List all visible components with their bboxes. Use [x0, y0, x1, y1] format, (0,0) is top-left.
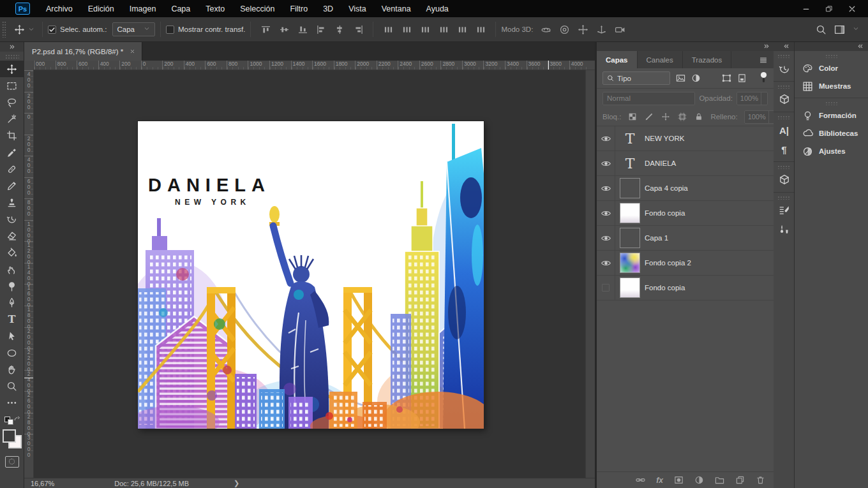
align-bottom-edges-button[interactable]	[296, 22, 310, 36]
panel-button-color[interactable]: Color	[795, 59, 868, 77]
close-icon[interactable]	[842, 2, 862, 15]
tab-canales[interactable]: Canales	[638, 51, 683, 68]
filter-type-button[interactable]	[705, 73, 717, 83]
layer-thumbnail[interactable]	[615, 253, 645, 273]
menu-imagen[interactable]: Imagen	[123, 2, 163, 16]
move-tool[interactable]	[0, 61, 24, 77]
lock-artboard-button[interactable]	[677, 112, 687, 121]
options-bar-gripper[interactable]	[2, 21, 6, 38]
clone-stamp-tool[interactable]	[0, 195, 24, 211]
dock-gripper[interactable]	[777, 196, 790, 200]
history-brush-tool[interactable]	[0, 211, 24, 228]
layer-visibility-toggle[interactable]	[597, 151, 615, 175]
dock-gripper[interactable]	[777, 115, 790, 119]
auto-select-checkbox[interactable]: Selec. autom.:	[48, 26, 107, 34]
align-left-edges-button[interactable]	[314, 22, 328, 36]
status-chevron-icon[interactable]: ❯	[234, 479, 239, 487]
quick-selection-tool[interactable]	[0, 111, 24, 128]
layer-row[interactable]: TNEW YORK	[597, 126, 774, 151]
ruler-corner[interactable]	[24, 61, 34, 70]
slide-3d-button[interactable]	[594, 22, 608, 36]
cube-3d-panel-button[interactable]	[774, 170, 795, 189]
distribute-top-edges-button[interactable]	[381, 22, 395, 36]
vertical-scrollbar[interactable]	[585, 70, 595, 478]
brush-settings-panel-button[interactable]	[774, 201, 795, 220]
vertical-ruler[interactable]: 4002000200400600800100012001400160018002…	[24, 70, 34, 478]
strip-collapse[interactable]	[774, 42, 794, 51]
menu-edición[interactable]: Edición	[81, 2, 121, 16]
menu-filtro[interactable]: Filtro	[283, 2, 315, 16]
camera-3d-button[interactable]	[613, 22, 627, 36]
tab-capas[interactable]: Capas	[597, 51, 638, 68]
restore-icon[interactable]	[819, 2, 839, 15]
mask-button[interactable]	[674, 475, 684, 485]
menu-ventana[interactable]: Ventana	[375, 2, 418, 16]
pen-tool[interactable]	[0, 295, 24, 311]
toolbar-collapse-button[interactable]	[0, 42, 24, 52]
menu-capa[interactable]: Capa	[164, 2, 197, 16]
menu-3d[interactable]: 3D	[316, 2, 340, 16]
brushes-panel-button[interactable]	[774, 220, 795, 239]
zoom-level[interactable]: 16,67%	[24, 480, 63, 487]
layer-thumbnail[interactable]	[615, 178, 645, 198]
foreground-color-swatch[interactable]	[3, 429, 16, 443]
layer-thumbnail[interactable]	[615, 277, 645, 298]
layer-row[interactable]: Capa 1	[597, 226, 774, 251]
align-vertical-centers-button[interactable]	[277, 22, 291, 36]
opacity-input[interactable]: 100%	[737, 92, 768, 105]
document-size-info[interactable]: Doc: 25,6 MB/122,5 MB	[108, 480, 195, 487]
tab-close-icon[interactable]	[130, 48, 135, 55]
orbit-3d-button[interactable]	[539, 22, 553, 36]
rectangular-marquee-tool[interactable]	[0, 77, 24, 94]
more-tool[interactable]	[0, 395, 24, 411]
type-tool[interactable]: T	[0, 311, 24, 328]
hand-tool[interactable]	[0, 361, 24, 378]
toolbar-gripper[interactable]	[5, 54, 19, 59]
layer-row[interactable]: Fondo copia	[597, 201, 774, 226]
lock-move-button[interactable]	[661, 112, 671, 121]
menu-selección[interactable]: Selección	[233, 2, 281, 16]
tab-trazados[interactable]: Trazados	[683, 51, 732, 68]
align-top-edges-button[interactable]	[258, 22, 273, 36]
new-layer-button[interactable]	[735, 475, 745, 485]
lasso-tool[interactable]	[0, 94, 24, 110]
adjustment-button[interactable]	[694, 475, 704, 485]
layer-visibility-toggle[interactable]	[597, 201, 615, 225]
blend-mode-dropdown[interactable]: Normal	[602, 92, 695, 105]
layer-row[interactable]: TDANIELA	[597, 151, 774, 176]
crop-tool[interactable]	[0, 128, 24, 144]
panel-button-formación[interactable]: Formación	[795, 107, 868, 124]
layer-thumbnail[interactable]: T	[615, 156, 645, 172]
lock-transparent-button[interactable]	[627, 112, 638, 121]
dock-gripper[interactable]	[777, 165, 790, 169]
panel-menu-icon[interactable]	[753, 51, 774, 68]
panel-button-ajustes[interactable]: Ajustes	[795, 142, 868, 160]
layer-thumbnail[interactable]: T	[615, 131, 645, 147]
zoom-tool[interactable]	[0, 378, 24, 395]
menu-archivo[interactable]: Archivo	[39, 2, 80, 16]
drag-3d-button[interactable]	[576, 22, 590, 36]
fill-input[interactable]: 100%	[744, 110, 775, 124]
trash-button[interactable]	[756, 475, 765, 485]
dock-gripper[interactable]	[777, 54, 790, 58]
pencil-tool[interactable]	[0, 177, 24, 194]
distribute-vertical-centers-button[interactable]	[400, 22, 414, 36]
layer-visibility-toggle[interactable]	[597, 126, 615, 151]
layer-visibility-toggle[interactable]	[597, 176, 615, 200]
layer-thumbnail[interactable]	[615, 203, 645, 223]
filter-shape-button[interactable]	[721, 73, 733, 83]
ellipse-tool-tool[interactable]	[0, 344, 24, 361]
auto-select-target-dropdown[interactable]: Capa	[112, 22, 156, 36]
current-tool-indicator[interactable]	[11, 24, 37, 35]
document-tab[interactable]: P2.psd al 16,7% (RGB/8#) *	[24, 42, 142, 61]
filter-type-dropdown[interactable]: Tipo	[602, 71, 670, 85]
menu-texto[interactable]: Texto	[198, 2, 232, 16]
folder-button[interactable]	[715, 475, 724, 485]
panel-button-muestras[interactable]: Muestras	[795, 77, 868, 95]
search-icon[interactable]	[816, 24, 827, 35]
dock-gripper[interactable]	[825, 54, 838, 58]
filter-toggle-switch[interactable]	[760, 71, 768, 85]
dock-gripper[interactable]	[825, 101, 838, 105]
menu-ayuda[interactable]: Ayuda	[419, 2, 456, 16]
chevron-down-icon[interactable]	[853, 25, 859, 34]
